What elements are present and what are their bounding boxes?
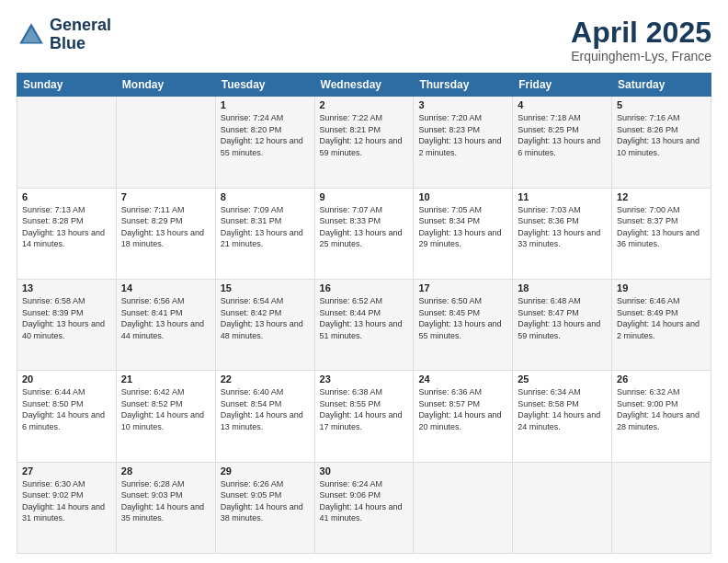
day-number: 10 bbox=[418, 191, 507, 202]
day-info: Sunrise: 6:40 AMSunset: 8:54 PMDaylight:… bbox=[221, 386, 310, 432]
day-info: Sunrise: 7:18 AMSunset: 8:25 PMDaylight:… bbox=[518, 112, 607, 158]
calendar-cell: 6Sunrise: 7:13 AMSunset: 8:28 PMDaylight… bbox=[17, 188, 117, 279]
header-thursday: Thursday bbox=[414, 74, 513, 97]
calendar-week-row: 20Sunrise: 6:44 AMSunset: 8:50 PMDayligh… bbox=[17, 371, 711, 462]
day-info: Sunrise: 6:34 AMSunset: 8:58 PMDaylight:… bbox=[518, 386, 607, 432]
logo-icon bbox=[17, 20, 46, 50]
header-friday: Friday bbox=[513, 74, 612, 97]
header-monday: Monday bbox=[116, 74, 215, 97]
title-block: April 2025 Erquinghem-Lys, France bbox=[571, 17, 711, 63]
day-number: 1 bbox=[221, 99, 310, 110]
calendar-cell: 5Sunrise: 7:16 AMSunset: 8:26 PMDaylight… bbox=[612, 97, 711, 188]
day-number: 7 bbox=[121, 191, 210, 202]
page: General Blue April 2025 Erquinghem-Lys, … bbox=[0, 0, 728, 563]
calendar-cell: 24Sunrise: 6:36 AMSunset: 8:57 PMDayligh… bbox=[414, 371, 513, 462]
day-number: 21 bbox=[121, 373, 210, 385]
calendar-header-row: Sunday Monday Tuesday Wednesday Thursday… bbox=[17, 74, 711, 97]
calendar-cell: 11Sunrise: 7:03 AMSunset: 8:36 PMDayligh… bbox=[513, 188, 612, 279]
day-number: 2 bbox=[320, 99, 409, 110]
day-number: 27 bbox=[22, 465, 111, 477]
day-number: 28 bbox=[121, 465, 210, 477]
calendar-cell bbox=[414, 462, 513, 553]
day-info: Sunrise: 6:26 AMSunset: 9:05 PMDaylight:… bbox=[221, 478, 310, 524]
calendar-cell bbox=[612, 462, 711, 553]
location: Erquinghem-Lys, France bbox=[571, 49, 711, 63]
month-year: April 2025 bbox=[571, 17, 711, 49]
day-number: 9 bbox=[320, 191, 409, 202]
day-number: 4 bbox=[518, 99, 607, 110]
calendar-cell: 16Sunrise: 6:52 AMSunset: 8:44 PMDayligh… bbox=[314, 279, 414, 370]
calendar-cell: 30Sunrise: 6:24 AMSunset: 9:06 PMDayligh… bbox=[314, 462, 414, 553]
logo-text: General Blue bbox=[50, 17, 111, 53]
day-number: 25 bbox=[518, 373, 607, 385]
day-info: Sunrise: 7:16 AMSunset: 8:26 PMDaylight:… bbox=[617, 112, 706, 158]
day-number: 13 bbox=[22, 282, 111, 293]
calendar-cell: 13Sunrise: 6:58 AMSunset: 8:39 PMDayligh… bbox=[17, 279, 117, 370]
day-number: 3 bbox=[418, 99, 507, 110]
calendar-cell: 4Sunrise: 7:18 AMSunset: 8:25 PMDaylight… bbox=[513, 97, 612, 188]
calendar-cell: 20Sunrise: 6:44 AMSunset: 8:50 PMDayligh… bbox=[17, 371, 117, 462]
calendar-cell: 27Sunrise: 6:30 AMSunset: 9:02 PMDayligh… bbox=[17, 462, 117, 553]
calendar-cell: 29Sunrise: 6:26 AMSunset: 9:05 PMDayligh… bbox=[215, 462, 314, 553]
day-info: Sunrise: 7:00 AMSunset: 8:37 PMDaylight:… bbox=[617, 204, 706, 250]
logo: General Blue bbox=[17, 17, 111, 53]
day-number: 29 bbox=[221, 465, 310, 477]
calendar-week-row: 27Sunrise: 6:30 AMSunset: 9:02 PMDayligh… bbox=[17, 462, 711, 553]
day-info: Sunrise: 7:24 AMSunset: 8:20 PMDaylight:… bbox=[221, 112, 310, 158]
day-info: Sunrise: 7:20 AMSunset: 8:23 PMDaylight:… bbox=[418, 112, 507, 158]
day-number: 17 bbox=[418, 282, 507, 293]
day-info: Sunrise: 6:52 AMSunset: 8:44 PMDaylight:… bbox=[320, 295, 409, 341]
day-number: 5 bbox=[617, 99, 706, 110]
day-number: 30 bbox=[320, 465, 409, 477]
calendar-cell: 25Sunrise: 6:34 AMSunset: 8:58 PMDayligh… bbox=[513, 371, 612, 462]
day-number: 24 bbox=[418, 373, 507, 385]
day-number: 14 bbox=[121, 282, 210, 293]
header: General Blue April 2025 Erquinghem-Lys, … bbox=[17, 17, 711, 63]
calendar-cell: 9Sunrise: 7:07 AMSunset: 8:33 PMDaylight… bbox=[314, 188, 414, 279]
calendar-cell: 10Sunrise: 7:05 AMSunset: 8:34 PMDayligh… bbox=[414, 188, 513, 279]
day-info: Sunrise: 6:24 AMSunset: 9:06 PMDaylight:… bbox=[320, 478, 409, 524]
day-info: Sunrise: 6:28 AMSunset: 9:03 PMDaylight:… bbox=[121, 478, 210, 524]
calendar-cell: 1Sunrise: 7:24 AMSunset: 8:20 PMDaylight… bbox=[215, 97, 314, 188]
calendar-cell: 7Sunrise: 7:11 AMSunset: 8:29 PMDaylight… bbox=[116, 188, 215, 279]
calendar-cell: 15Sunrise: 6:54 AMSunset: 8:42 PMDayligh… bbox=[215, 279, 314, 370]
day-info: Sunrise: 6:58 AMSunset: 8:39 PMDaylight:… bbox=[22, 295, 111, 341]
header-saturday: Saturday bbox=[612, 74, 711, 97]
day-info: Sunrise: 6:54 AMSunset: 8:42 PMDaylight:… bbox=[221, 295, 310, 341]
day-info: Sunrise: 7:07 AMSunset: 8:33 PMDaylight:… bbox=[320, 204, 409, 250]
calendar-table: Sunday Monday Tuesday Wednesday Thursday… bbox=[17, 73, 711, 554]
calendar-cell bbox=[116, 97, 215, 188]
calendar-cell: 8Sunrise: 7:09 AMSunset: 8:31 PMDaylight… bbox=[215, 188, 314, 279]
day-number: 26 bbox=[617, 373, 706, 385]
day-info: Sunrise: 6:56 AMSunset: 8:41 PMDaylight:… bbox=[121, 295, 210, 341]
day-number: 11 bbox=[518, 191, 607, 202]
day-info: Sunrise: 6:32 AMSunset: 9:00 PMDaylight:… bbox=[617, 386, 706, 432]
day-info: Sunrise: 6:46 AMSunset: 8:49 PMDaylight:… bbox=[617, 295, 706, 341]
calendar-cell bbox=[513, 462, 612, 553]
day-number: 15 bbox=[221, 282, 310, 293]
calendar-cell bbox=[17, 97, 117, 188]
day-info: Sunrise: 6:36 AMSunset: 8:57 PMDaylight:… bbox=[418, 386, 507, 432]
calendar-cell: 26Sunrise: 6:32 AMSunset: 9:00 PMDayligh… bbox=[612, 371, 711, 462]
header-sunday: Sunday bbox=[17, 74, 117, 97]
day-number: 18 bbox=[518, 282, 607, 293]
header-wednesday: Wednesday bbox=[314, 74, 414, 97]
day-number: 20 bbox=[22, 373, 111, 385]
day-number: 23 bbox=[320, 373, 409, 385]
day-number: 19 bbox=[617, 282, 706, 293]
day-info: Sunrise: 6:38 AMSunset: 8:55 PMDaylight:… bbox=[320, 386, 409, 432]
calendar-cell: 2Sunrise: 7:22 AMSunset: 8:21 PMDaylight… bbox=[314, 97, 414, 188]
day-info: Sunrise: 7:05 AMSunset: 8:34 PMDaylight:… bbox=[418, 204, 507, 250]
calendar-cell: 28Sunrise: 6:28 AMSunset: 9:03 PMDayligh… bbox=[116, 462, 215, 553]
calendar-cell: 3Sunrise: 7:20 AMSunset: 8:23 PMDaylight… bbox=[414, 97, 513, 188]
calendar-cell: 21Sunrise: 6:42 AMSunset: 8:52 PMDayligh… bbox=[116, 371, 215, 462]
calendar-cell: 12Sunrise: 7:00 AMSunset: 8:37 PMDayligh… bbox=[612, 188, 711, 279]
day-info: Sunrise: 7:03 AMSunset: 8:36 PMDaylight:… bbox=[518, 204, 607, 250]
day-info: Sunrise: 6:30 AMSunset: 9:02 PMDaylight:… bbox=[22, 478, 111, 524]
header-tuesday: Tuesday bbox=[215, 74, 314, 97]
calendar-cell: 19Sunrise: 6:46 AMSunset: 8:49 PMDayligh… bbox=[612, 279, 711, 370]
day-info: Sunrise: 7:11 AMSunset: 8:29 PMDaylight:… bbox=[121, 204, 210, 250]
day-info: Sunrise: 6:48 AMSunset: 8:47 PMDaylight:… bbox=[518, 295, 607, 341]
calendar-week-row: 6Sunrise: 7:13 AMSunset: 8:28 PMDaylight… bbox=[17, 188, 711, 279]
calendar-week-row: 13Sunrise: 6:58 AMSunset: 8:39 PMDayligh… bbox=[17, 279, 711, 370]
